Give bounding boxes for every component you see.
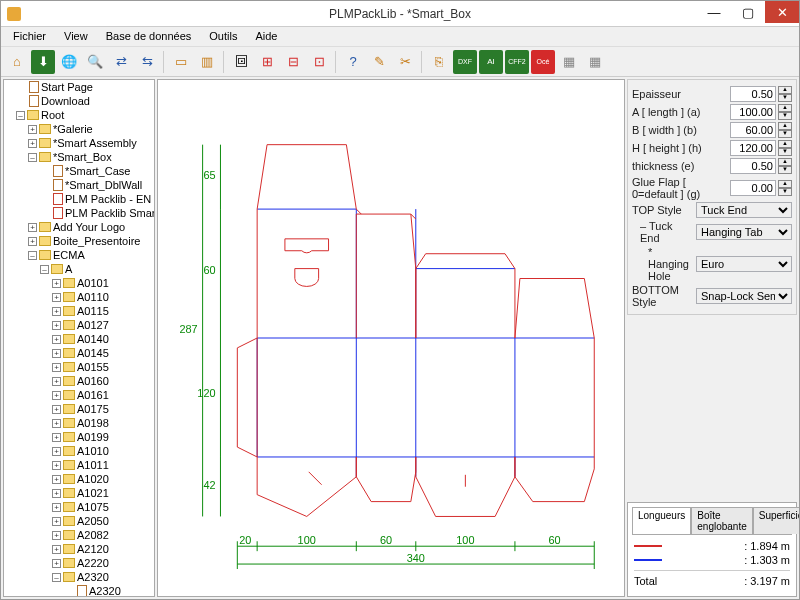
- tree-item[interactable]: A1075: [77, 500, 109, 514]
- tree-toggle[interactable]: +: [28, 237, 37, 246]
- search-icon[interactable]: 🔍: [83, 50, 107, 74]
- spin-up-icon[interactable]: ▲: [778, 158, 792, 166]
- tree-item[interactable]: A2050: [77, 514, 109, 528]
- tree-toggle[interactable]: +: [52, 447, 61, 456]
- spin-up-icon[interactable]: ▲: [778, 104, 792, 112]
- spin-down-icon[interactable]: ▼: [778, 166, 792, 174]
- tool1-icon[interactable]: ✎: [367, 50, 391, 74]
- tree-item[interactable]: A0199: [77, 430, 109, 444]
- box2-icon[interactable]: ▦: [583, 50, 607, 74]
- tree-item[interactable]: *Smart Assembly: [53, 136, 137, 150]
- tree-toggle[interactable]: +: [52, 475, 61, 484]
- tree-toggle[interactable]: +: [52, 503, 61, 512]
- prop-select[interactable]: Snap-Lock Semi-Auto: [696, 288, 792, 304]
- drawing-canvas[interactable]: 65 60 287 120 42 20 100 60: [157, 79, 625, 597]
- tree-item[interactable]: A0140: [77, 332, 109, 346]
- menu-base-de-donnees[interactable]: Base de données: [100, 29, 198, 44]
- tree-item[interactable]: Boite_Presentoire: [53, 234, 140, 248]
- tree-toggle[interactable]: +: [52, 419, 61, 428]
- stack-icon[interactable]: ▥: [195, 50, 219, 74]
- minimize-button[interactable]: —: [697, 1, 731, 23]
- grid1-icon[interactable]: ⊞: [255, 50, 279, 74]
- tree-item[interactable]: A1020: [77, 472, 109, 486]
- tree-item[interactable]: PLM Packlib Smart A: [65, 206, 155, 220]
- tree-toggle[interactable]: +: [52, 545, 61, 554]
- tree-item[interactable]: A0115: [77, 304, 109, 318]
- tree-toggle[interactable]: +: [52, 405, 61, 414]
- maximize-button[interactable]: ▢: [731, 1, 765, 23]
- prop-select[interactable]: Hanging Tab: [696, 224, 792, 240]
- home-icon[interactable]: ⌂: [5, 50, 29, 74]
- tree-toggle[interactable]: +: [52, 349, 61, 358]
- tree-toggle[interactable]: +: [52, 335, 61, 344]
- grid2-icon[interactable]: ⊟: [281, 50, 305, 74]
- tree-toggle[interactable]: +: [52, 433, 61, 442]
- close-button[interactable]: ✕: [765, 1, 799, 23]
- tree-item[interactable]: A0155: [77, 360, 109, 374]
- tree-item[interactable]: ECMA: [53, 248, 85, 262]
- spin-down-icon[interactable]: ▼: [778, 94, 792, 102]
- menu-aide[interactable]: Aide: [249, 29, 283, 44]
- menu-view[interactable]: View: [58, 29, 94, 44]
- prop-select[interactable]: Euro: [696, 256, 792, 272]
- tree-item[interactable]: *Smart_Box: [53, 150, 112, 164]
- help-icon[interactable]: ?: [341, 50, 365, 74]
- tree-toggle[interactable]: –: [16, 111, 25, 120]
- export-oce-icon[interactable]: Océ: [531, 50, 555, 74]
- tree-item[interactable]: A0160: [77, 374, 109, 388]
- spin-down-icon[interactable]: ▼: [778, 112, 792, 120]
- tree-toggle[interactable]: +: [52, 531, 61, 540]
- menu-fichier[interactable]: Fichier: [7, 29, 52, 44]
- tree-item[interactable]: Download: [41, 94, 90, 108]
- tree-toggle[interactable]: –: [28, 153, 37, 162]
- export-ai-icon[interactable]: AI: [479, 50, 503, 74]
- tree-item[interactable]: Start Page: [41, 80, 93, 94]
- tree-item[interactable]: Add Your Logo: [53, 220, 125, 234]
- tree-item[interactable]: A2120: [77, 542, 109, 556]
- tree-item[interactable]: A0198: [77, 416, 109, 430]
- tree-toggle[interactable]: +: [52, 377, 61, 386]
- spin-up-icon[interactable]: ▲: [778, 180, 792, 188]
- box1-icon[interactable]: ▦: [557, 50, 581, 74]
- prop-input[interactable]: [730, 140, 776, 156]
- tree-toggle[interactable]: +: [52, 489, 61, 498]
- tree-item[interactable]: A: [65, 262, 72, 276]
- tree-toggle[interactable]: +: [52, 559, 61, 568]
- tree-toggle[interactable]: –: [40, 265, 49, 274]
- tree-item[interactable]: *Smart_Case: [65, 164, 130, 178]
- spin-down-icon[interactable]: ▼: [778, 130, 792, 138]
- tree-toggle[interactable]: +: [28, 223, 37, 232]
- tree-item[interactable]: *Galerie: [53, 122, 93, 136]
- tree-item[interactable]: *Smart_DblWall: [65, 178, 142, 192]
- tree-item[interactable]: A0161: [77, 388, 109, 402]
- tree-item[interactable]: A0101: [77, 276, 109, 290]
- prop-input[interactable]: [730, 158, 776, 174]
- tree-toggle[interactable]: +: [28, 139, 37, 148]
- menu-outils[interactable]: Outils: [203, 29, 243, 44]
- tree-toggle[interactable]: +: [52, 321, 61, 330]
- tab-boite[interactable]: Boîte englobante: [691, 507, 752, 534]
- tree-item[interactable]: A0175: [77, 402, 109, 416]
- tree-toggle[interactable]: –: [52, 573, 61, 582]
- prop-input[interactable]: [730, 180, 776, 196]
- tree-item[interactable]: A0127: [77, 318, 109, 332]
- spin-down-icon[interactable]: ▼: [778, 148, 792, 156]
- tree-item[interactable]: A1021: [77, 486, 109, 500]
- tree-toggle[interactable]: +: [28, 125, 37, 134]
- swap-icon[interactable]: ⇆: [135, 50, 159, 74]
- tool2-icon[interactable]: ✂: [393, 50, 417, 74]
- tree-toggle[interactable]: +: [52, 391, 61, 400]
- tree-toggle[interactable]: +: [52, 517, 61, 526]
- tree-toggle[interactable]: +: [52, 279, 61, 288]
- export1-icon[interactable]: ⎘: [427, 50, 451, 74]
- tree-item[interactable]: A1010: [77, 444, 109, 458]
- tree-item[interactable]: A1011: [77, 458, 109, 472]
- spin-up-icon[interactable]: ▲: [778, 122, 792, 130]
- download-icon[interactable]: ⬇: [31, 50, 55, 74]
- tree-toggle[interactable]: +: [52, 363, 61, 372]
- export-cff2-icon[interactable]: CFF2: [505, 50, 529, 74]
- tree-item[interactable]: A2220: [77, 556, 109, 570]
- prop-input[interactable]: [730, 86, 776, 102]
- zoom-fit-icon[interactable]: 🞖: [229, 50, 253, 74]
- grid3-icon[interactable]: ⊡: [307, 50, 331, 74]
